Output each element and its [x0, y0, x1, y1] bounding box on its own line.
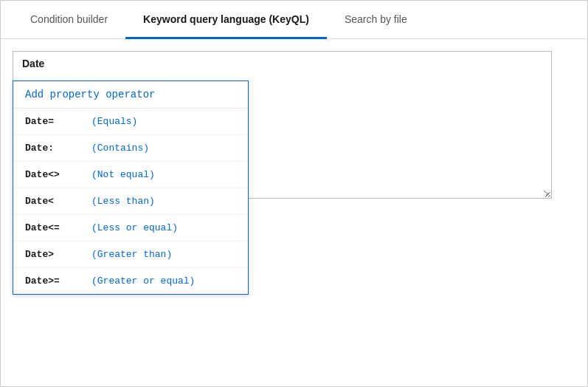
tab-condition-builder-label: Condition builder: [30, 13, 108, 25]
tab-keyword-query[interactable]: Keyword query language (KeyQL): [125, 1, 327, 39]
tab-condition-builder[interactable]: Condition builder: [13, 1, 125, 39]
operator-description: (Greater than): [91, 249, 172, 260]
operator-label: Date<: [25, 196, 91, 207]
operator-description: (Less or equal): [91, 222, 178, 233]
dropdown-item[interactable]: Date=(Equals): [13, 109, 248, 135]
operator-description: (Greater or equal): [91, 275, 195, 287]
tab-keyword-query-label: Keyword query language (KeyQL): [143, 13, 309, 25]
dropdown-item[interactable]: Date<(Less than): [13, 188, 248, 215]
operator-description: (Not equal): [91, 169, 155, 180]
tab-search-by-file-label: Search by file: [345, 13, 407, 25]
add-property-operator-label: Add property operator: [25, 89, 155, 100]
operator-description: (Less than): [91, 196, 155, 207]
tab-bar: Condition builder Keyword query language…: [1, 1, 587, 39]
app-container: Condition builder Keyword query language…: [0, 0, 588, 387]
operator-label: Date>: [25, 249, 91, 260]
dropdown-item[interactable]: Date>(Greater than): [13, 242, 248, 268]
operator-label: Date<=: [25, 222, 91, 233]
add-property-operator-item[interactable]: Add property operator: [13, 81, 248, 109]
dropdown-item[interactable]: Date<=(Less or equal): [13, 215, 248, 242]
tab-search-by-file[interactable]: Search by file: [327, 1, 425, 39]
dropdown-item[interactable]: Date>=(Greater or equal): [13, 268, 248, 294]
operator-label: Date>=: [25, 275, 91, 287]
dropdown-item[interactable]: Date<>(Not equal): [13, 162, 248, 188]
operator-description: (Contains): [91, 143, 149, 154]
dropdown-item[interactable]: Date:(Contains): [13, 135, 248, 162]
operator-label: Date:: [25, 143, 91, 154]
main-content: Date ↘ Add property operator Date=(Equal…: [1, 39, 587, 386]
date-label: Date: [22, 58, 44, 69]
operator-description: (Equals): [91, 116, 137, 127]
dropdown-items-list: Date=(Equals)Date:(Contains)Date<>(Not e…: [13, 109, 248, 294]
resize-handle: ↘: [542, 189, 550, 196]
operator-dropdown: Add property operator Date=(Equals)Date:…: [13, 81, 249, 295]
operator-label: Date<>: [25, 169, 91, 180]
operator-label: Date=: [25, 116, 91, 127]
